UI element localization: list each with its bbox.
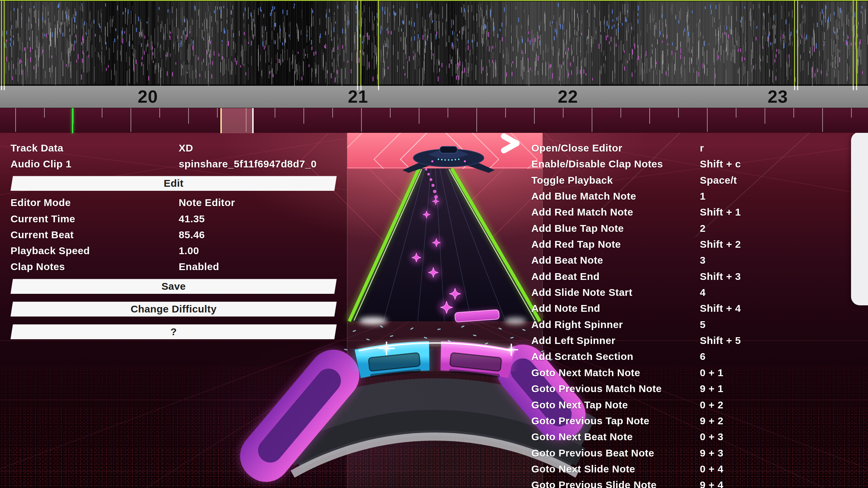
- shortcut-action: Goto Next Tap Note: [531, 397, 628, 413]
- hit-bar: [349, 317, 540, 325]
- info-label: Audio Clip 1: [11, 156, 72, 172]
- shortcut-row: Open/Close Editor r: [531, 140, 843, 156]
- edit-button[interactable]: Edit: [11, 176, 337, 191]
- beat-tick: [505, 108, 506, 118]
- shortcut-action: Goto Previous Slide Note: [531, 477, 657, 488]
- shortcut-action: Add Blue Match Note: [531, 188, 636, 204]
- shortcut-action: Add Note End: [531, 300, 600, 316]
- status-value: 41.35: [179, 211, 205, 227]
- shortcut-action: Add Slide Note Start: [531, 284, 632, 300]
- shortcut-row: Goto Next Tap Note 0 + 2: [531, 397, 843, 413]
- beat-tick: [707, 108, 708, 132]
- shortcut-row: Add Red Match Note Shift + 1: [531, 204, 843, 220]
- beat-tick: [822, 108, 823, 132]
- side-panel-handle[interactable]: [851, 132, 868, 305]
- shortcut-row: Enable/Disable Clap Notes Shift + c: [531, 156, 843, 172]
- shortcut-row: Goto Previous Slide Note 9 + 4: [531, 477, 843, 488]
- shortcut-keys: 0 + 4: [700, 461, 724, 477]
- measure-number: 20: [121, 86, 175, 106]
- ruler-tick: [1, 86, 2, 90]
- shortcut-action: Add Red Match Note: [531, 204, 633, 220]
- shortcut-keys: 9 + 1: [700, 381, 724, 396]
- status-label: Current Time: [11, 211, 75, 227]
- shortcut-action: Add Red Tap Note: [531, 236, 621, 252]
- shortcut-action: Enable/Disable Clap Notes: [531, 156, 663, 172]
- beat-strip[interactable]: [0, 108, 868, 133]
- beat-tick: [851, 108, 852, 118]
- shortcut-action: Goto Next Match Note: [531, 365, 640, 381]
- shortcut-action: Open/Close Editor: [531, 140, 623, 156]
- beat-tick: [102, 108, 102, 118]
- status-row: Current Time 41.35: [11, 211, 337, 227]
- shortcut-keys: 5: [700, 317, 706, 332]
- beat-tick: [419, 108, 419, 124]
- shortcut-action: Add Beat End: [531, 268, 599, 284]
- track-info-panel: Track Data XD Audio Clip 1 spinshare_5f1…: [11, 140, 337, 339]
- status-value: Enabled: [179, 259, 219, 274]
- beat-tick: [476, 108, 477, 132]
- beat-tick: [620, 108, 621, 118]
- shortcut-row: Add Beat End Shift + 3: [531, 268, 843, 284]
- shortcut-action: Goto Previous Beat Note: [531, 445, 654, 461]
- shortcut-row: Goto Next Beat Note 0 + 3: [531, 429, 843, 445]
- beat-tick: [765, 108, 765, 124]
- shortcut-action: Add Left Spinner: [531, 332, 615, 348]
- timeline-ruler[interactable]: 20 21 22 23: [0, 86, 868, 108]
- shortcut-keys: Shift + 1: [700, 204, 741, 220]
- info-value: spinshare_5f11f6947d8d7_0: [179, 156, 317, 172]
- shortcut-row: Add Slide Note Start 4: [531, 284, 843, 300]
- shortcut-keys: r: [700, 140, 704, 156]
- ruler-tick: [797, 86, 798, 90]
- shortcut-action: Toggle Playback: [531, 172, 613, 188]
- waveform-display[interactable]: [0, 0, 868, 86]
- shortcut-row: Add Right Spinner 5: [531, 317, 843, 332]
- beat-tick: [332, 108, 333, 118]
- beat-tick: [131, 108, 131, 132]
- shortcut-keys: 9 + 2: [700, 413, 724, 429]
- shortcuts-panel: Open/Close Editor r Enable/Disable Clap …: [531, 140, 843, 488]
- ruler-tick: [856, 86, 857, 90]
- info-value: XD: [179, 140, 193, 156]
- shortcut-action: Add Scratch Section: [531, 348, 633, 364]
- help-button[interactable]: ?: [11, 324, 337, 339]
- beat-tick: [217, 108, 218, 118]
- shortcut-keys: 6: [700, 348, 706, 364]
- status-value: Note Editor: [179, 195, 235, 210]
- playhead-marker[interactable]: [72, 108, 73, 133]
- shortcut-action: Goto Previous Tap Note: [531, 413, 649, 429]
- beat-tick: [793, 108, 794, 118]
- shortcut-row: Goto Next Match Note 0 + 1: [531, 365, 843, 381]
- shortcut-keys: 0 + 2: [700, 397, 724, 413]
- shortcut-action: Add Beat Note: [531, 252, 603, 268]
- selection-region[interactable]: [220, 108, 254, 133]
- shortcut-keys: 3: [700, 252, 706, 268]
- ruler-tick: [360, 86, 361, 90]
- shortcut-row: Goto Next Slide Note 0 + 4: [531, 461, 843, 477]
- shortcut-keys: 4: [700, 284, 706, 300]
- shortcut-keys: 2: [700, 220, 706, 236]
- measure-number: 21: [331, 86, 385, 106]
- shortcut-keys: 0 + 3: [700, 429, 724, 445]
- shortcut-row: Goto Previous Tap Note 9 + 2: [531, 413, 843, 429]
- change-difficulty-button[interactable]: Change Difficulty: [11, 302, 337, 317]
- status-row: Current Beat 85.46: [11, 227, 337, 243]
- shortcut-row: Add Blue Match Note 1: [531, 188, 843, 204]
- status-label: Editor Mode: [11, 195, 71, 210]
- shortcut-action: Goto Next Slide Note: [531, 461, 635, 477]
- shortcut-keys: 9 + 3: [700, 445, 724, 461]
- beat-tick: [188, 108, 189, 124]
- shortcut-keys: Shift + 3: [700, 268, 741, 284]
- status-row: Playback Speed 1.00: [11, 243, 337, 259]
- beat-tick: [592, 108, 592, 132]
- save-button[interactable]: Save: [11, 279, 337, 294]
- beat-tick: [534, 108, 535, 124]
- shortcut-action: Goto Previous Match Note: [531, 381, 662, 396]
- shortcut-row: Add Beat Note 3: [531, 252, 843, 268]
- shortcut-action: Add Blue Tap Note: [531, 220, 624, 236]
- shortcut-keys: Shift + 2: [700, 236, 741, 252]
- shortcut-row: Add Note End Shift + 4: [531, 300, 843, 316]
- measure-number: 22: [541, 86, 595, 106]
- shortcut-row: Add Scratch Section 6: [531, 348, 843, 364]
- beat-tick: [275, 108, 275, 118]
- beat-tick: [678, 108, 679, 118]
